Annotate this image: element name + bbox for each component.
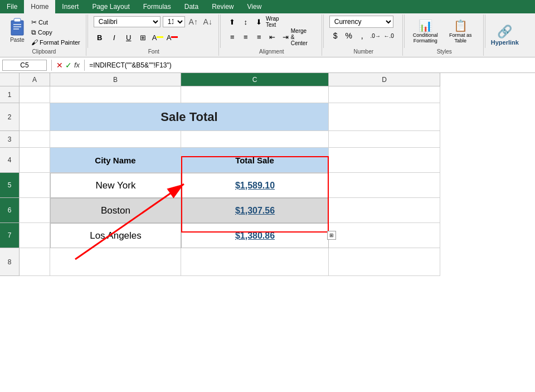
comma-button[interactable]: ,	[356, 30, 368, 42]
svg-rect-0	[11, 21, 23, 35]
row-header-4[interactable]: 4	[0, 148, 20, 173]
cell-c7[interactable]: $1,380.86	[181, 223, 329, 248]
underline-button[interactable]: U	[123, 31, 135, 43]
align-middle-button[interactable]: ↕	[240, 16, 252, 28]
col-header-d[interactable]: D	[329, 73, 440, 86]
tab-data[interactable]: Data	[178, 0, 205, 13]
cell-b5[interactable]: New York	[50, 173, 181, 198]
row-header-2[interactable]: 2	[0, 103, 20, 131]
cell-d2[interactable]	[329, 103, 440, 131]
format-painter-button[interactable]: 🖌 Format Painter	[30, 38, 81, 47]
cell-d5[interactable]	[329, 173, 440, 198]
dec-decimal-button[interactable]: ←.0	[383, 30, 395, 42]
align-right-button[interactable]: ≡	[253, 31, 265, 43]
cell-b3[interactable]	[50, 131, 181, 148]
cell-d8[interactable]	[329, 248, 440, 276]
cell-b6[interactable]: Boston	[50, 198, 181, 223]
tab-review[interactable]: Review	[205, 0, 240, 13]
cancel-formula-icon[interactable]: ✕	[56, 61, 63, 70]
col-header-c[interactable]: C	[181, 73, 329, 86]
merge-center-button[interactable]: Merge & Center	[293, 31, 305, 43]
font-color-button[interactable]: A	[166, 31, 178, 43]
tab-page-layout[interactable]: Page Layout	[85, 0, 136, 13]
cell-c5[interactable]: $1,589.10	[181, 173, 329, 198]
copy-button[interactable]: ⧉ Copy	[30, 28, 81, 37]
cell-a6[interactable]	[20, 198, 50, 223]
indent-increase-button[interactable]: ⇥	[280, 31, 292, 43]
divider-2	[220, 14, 221, 48]
formula-input[interactable]	[89, 61, 533, 69]
indent-decrease-button[interactable]: ⇤	[266, 31, 279, 43]
paste-button[interactable]: Paste	[7, 16, 28, 43]
shrink-font-button[interactable]: A↓	[202, 16, 214, 28]
row-header-6[interactable]: 6	[0, 198, 20, 223]
cell-a5[interactable]	[20, 173, 50, 198]
divider-4	[404, 14, 405, 48]
align-top-button[interactable]: ⬆	[226, 16, 239, 28]
cut-button[interactable]: ✂ Cut	[30, 18, 81, 27]
insert-function-icon[interactable]: fx	[74, 61, 80, 70]
column-headers: A B C D	[0, 73, 535, 86]
col-header-a[interactable]: A	[20, 73, 50, 86]
align-left-button[interactable]: ≡	[226, 31, 239, 43]
row-header-8[interactable]: 8	[0, 248, 20, 276]
cell-a4[interactable]	[20, 148, 50, 173]
border-button[interactable]: ⊞	[137, 31, 149, 43]
cell-b7[interactable]: Los Angeles	[50, 223, 181, 248]
cell-c8[interactable]	[181, 248, 329, 276]
cell-b8[interactable]	[50, 248, 181, 276]
align-bottom-button[interactable]: ⬇	[253, 16, 265, 28]
wrap-text-button[interactable]: Wrap Text	[266, 16, 279, 28]
tab-formulas[interactable]: Formulas	[137, 0, 178, 13]
select-all-button[interactable]	[0, 73, 20, 86]
row-5: New York $1,589.10	[20, 173, 535, 198]
cell-reference-input[interactable]	[2, 60, 47, 71]
grow-font-button[interactable]: A↑	[187, 16, 200, 28]
cell-a7[interactable]	[20, 223, 50, 248]
font-size-select[interactable]: 11	[163, 16, 185, 27]
tab-home[interactable]: Home	[24, 0, 55, 13]
cell-c6[interactable]: $1,307.56	[181, 198, 329, 223]
cell-d7[interactable]	[329, 223, 440, 248]
cell-a1[interactable]	[20, 86, 50, 103]
cell-c1[interactable]	[181, 86, 329, 103]
cell-b4[interactable]: City Name	[50, 148, 181, 173]
confirm-formula-icon[interactable]: ✓	[65, 61, 72, 70]
tab-insert[interactable]: Insert	[55, 0, 85, 13]
font-name-select[interactable]: Calibri	[94, 16, 160, 27]
dollar-button[interactable]: $	[329, 30, 342, 42]
tab-view[interactable]: View	[241, 0, 269, 13]
cell-a8[interactable]	[20, 248, 50, 276]
cell-a3[interactable]	[20, 131, 50, 148]
italic-button[interactable]: I	[108, 31, 120, 43]
row-header-1[interactable]: 1	[0, 86, 20, 103]
cell-d1[interactable]	[329, 86, 440, 103]
format-as-table-button[interactable]: 📋 Format as Table	[445, 19, 476, 43]
cell-d3[interactable]	[329, 131, 440, 148]
align-center-button[interactable]: ≡	[240, 31, 252, 43]
cell-d6[interactable]	[329, 198, 440, 223]
formula-bar: ✕ ✓ fx	[0, 57, 535, 73]
cell-b1[interactable]	[50, 86, 181, 103]
cell-b2-merged[interactable]: Sale Total	[50, 103, 329, 131]
clipboard-group: Paste ✂ Cut ⧉ Copy 🖌 Format Painter Clip…	[2, 14, 86, 56]
row-header-3[interactable]: 3	[0, 131, 20, 148]
bold-button[interactable]: B	[94, 31, 106, 43]
hyperlink-button[interactable]: 🔗 Hyperlink	[491, 25, 519, 46]
conditional-formatting-button[interactable]: 📊 Conditional Formatting	[410, 19, 441, 43]
row-header-7[interactable]: 7	[0, 223, 20, 248]
divider-5	[485, 14, 485, 48]
col-header-b[interactable]: B	[50, 73, 181, 86]
cell-a2[interactable]	[20, 103, 50, 131]
number-format-select[interactable]: Currency	[329, 16, 393, 28]
fill-color-button[interactable]: A	[152, 31, 164, 43]
los-angeles-sale: $1,380.86	[235, 231, 275, 241]
percent-button[interactable]: %	[343, 30, 355, 42]
paste-options-icon[interactable]: ⊞	[327, 231, 336, 240]
tab-file[interactable]: File	[0, 0, 24, 13]
cell-c3[interactable]	[181, 131, 329, 148]
cell-d4[interactable]	[329, 148, 440, 173]
cell-c4[interactable]: Total Sale	[181, 148, 329, 173]
inc-decimal-button[interactable]: .0→	[369, 30, 382, 42]
row-header-5[interactable]: 5	[0, 173, 20, 198]
